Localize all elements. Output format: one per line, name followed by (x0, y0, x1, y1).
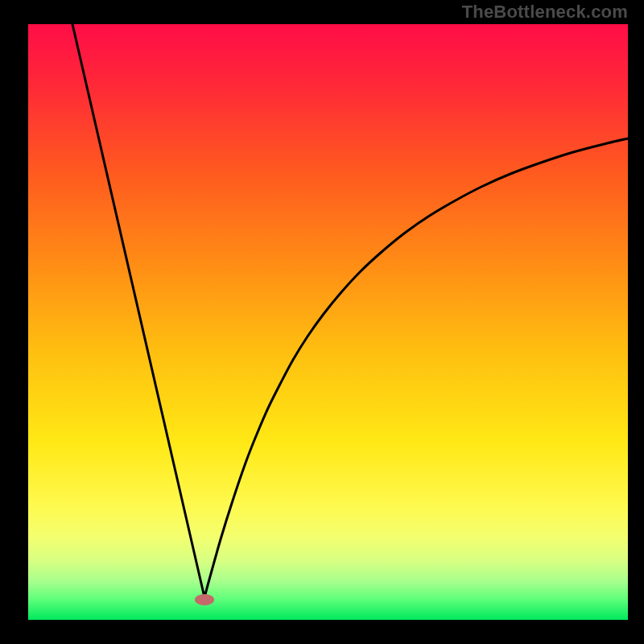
chart-frame: TheBottleneck.com (0, 0, 644, 644)
plot-background (28, 24, 628, 620)
min-marker (195, 594, 214, 605)
bottleneck-chart (0, 0, 644, 644)
watermark-text: TheBottleneck.com (462, 2, 628, 23)
